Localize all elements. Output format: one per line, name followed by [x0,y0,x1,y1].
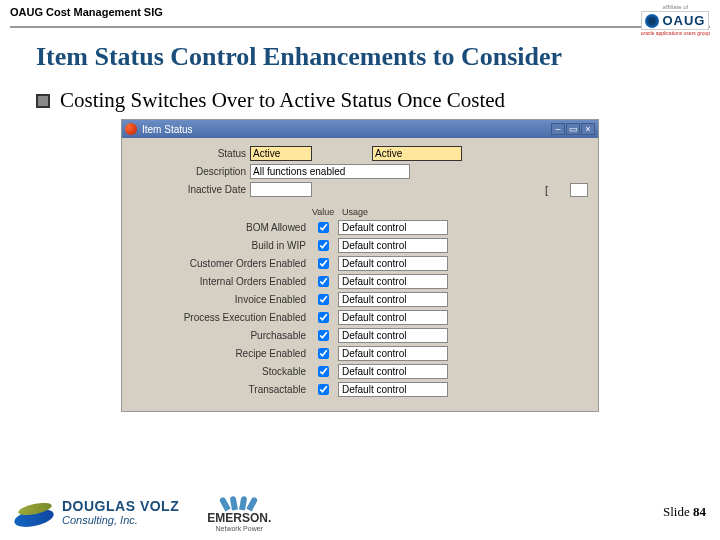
attr-row: TransactableDefault control [132,381,588,398]
attr-label: Internal Orders Enabled [132,276,312,287]
attr-usage[interactable]: Default control [338,382,448,397]
bullet-row: Costing Switches Over to Active Status O… [36,88,720,113]
attr-row: BOM AllowedDefault control [132,219,588,236]
attr-checkbox[interactable] [318,276,329,287]
page-title: Item Status Control Enhancements to Cons… [36,42,720,72]
attr-label: Purchasable [132,330,312,341]
col-value: Value [312,207,338,217]
desc-field[interactable]: All functions enabled [250,164,410,179]
attr-label: Transactable [132,384,312,395]
inactive-field[interactable] [250,182,312,197]
app-orb-icon [125,123,137,135]
attr-usage[interactable]: Default control [338,274,448,289]
swoosh-icon [14,496,56,528]
attr-checkbox[interactable] [318,222,329,233]
attr-usage[interactable]: Default control [338,292,448,307]
bracket-icon: [ [545,184,548,196]
attr-checkbox[interactable] [318,384,329,395]
logo-affiliate: affiliate of [663,4,689,10]
attr-label: Build in WIP [132,240,312,251]
attr-row: PurchasableDefault control [132,327,588,344]
attr-row: Recipe EnabledDefault control [132,345,588,362]
attr-usage[interactable]: Default control [338,364,448,379]
attr-label: Recipe Enabled [132,348,312,359]
minimize-button[interactable]: – [551,123,565,135]
em-sub: Network Power [216,525,263,532]
attr-row: StockableDefault control [132,363,588,380]
attr-checkbox[interactable] [318,348,329,359]
em-name: EMERSON. [207,511,271,525]
window-title: Item Status [142,124,551,135]
slide-number: Slide 84 [663,504,706,520]
titlebar: Item Status – ▭ × [122,120,598,138]
emerson-logo: EMERSON. Network Power [207,492,271,532]
status-field-2[interactable]: Active [372,146,462,161]
attr-usage[interactable]: Default control [338,238,448,253]
attr-checkbox[interactable] [318,294,329,305]
status-label: Status [132,148,250,159]
attr-label: Stockable [132,366,312,377]
attr-checkbox[interactable] [318,366,329,377]
bullet-icon [36,94,50,108]
logo-sub: oracle applications users group [641,30,710,36]
dv-name: DOUGLAS VOLZ [62,498,179,514]
oaug-logo: affiliate of OAUG oracle applications us… [641,4,710,36]
desc-label: Description [132,166,250,177]
attr-usage[interactable]: Default control [338,256,448,271]
attr-checkbox[interactable] [318,240,329,251]
attr-usage[interactable]: Default control [338,220,448,235]
gear-icon [645,14,659,28]
attr-row: Process Execution EnabledDefault control [132,309,588,326]
attr-label: Invoice Enabled [132,294,312,305]
attr-usage[interactable]: Default control [338,310,448,325]
attr-row: Customer Orders EnabledDefault control [132,255,588,272]
attr-usage[interactable]: Default control [338,346,448,361]
attr-row: Build in WIPDefault control [132,237,588,254]
col-usage: Usage [342,207,368,217]
dv-sub: Consulting, Inc. [62,514,179,526]
status-field[interactable]: Active [250,146,312,161]
restore-button[interactable]: ▭ [566,123,580,135]
attr-label: Customer Orders Enabled [132,258,312,269]
fan-icon [225,492,253,510]
douglas-volz-logo: DOUGLAS VOLZ Consulting, Inc. [14,496,179,528]
attr-checkbox[interactable] [318,312,329,323]
close-button[interactable]: × [581,123,595,135]
app-window: Item Status – ▭ × Status Active Active D… [121,119,599,412]
inactive-label: Inactive Date [132,184,250,195]
attr-label: BOM Allowed [132,222,312,233]
attr-row: Invoice EnabledDefault control [132,291,588,308]
attr-checkbox[interactable] [318,258,329,269]
attr-checkbox[interactable] [318,330,329,341]
flex-field[interactable] [570,183,588,197]
attr-row: Internal Orders EnabledDefault control [132,273,588,290]
bullet-text: Costing Switches Over to Active Status O… [60,88,505,113]
attr-usage[interactable]: Default control [338,328,448,343]
oaug-text: OAUG [662,13,705,28]
header-divider [10,26,710,28]
sig-title: OAUG Cost Management SIG [10,6,710,18]
attr-label: Process Execution Enabled [132,312,312,323]
